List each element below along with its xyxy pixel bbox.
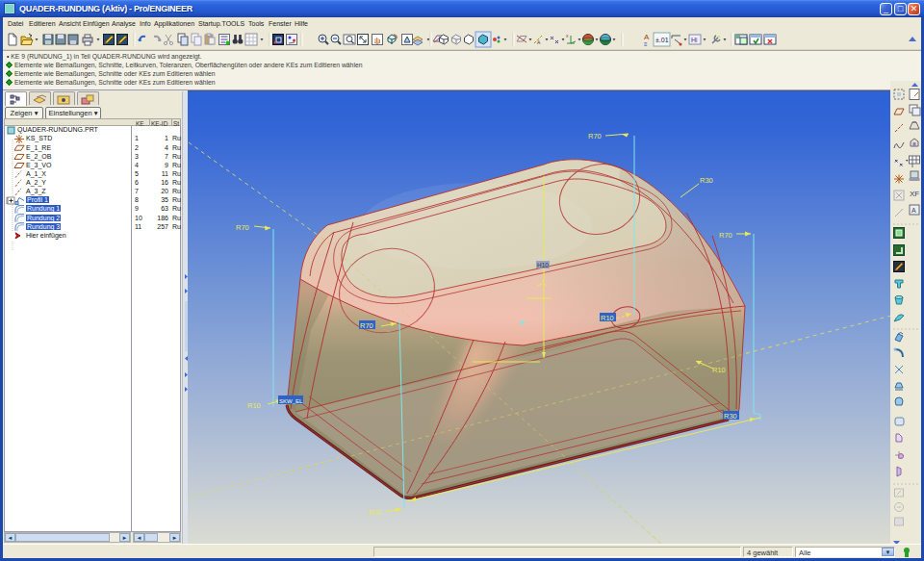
svg-text:R30: R30 — [724, 412, 737, 421]
svg-text:R70: R70 — [360, 321, 373, 330]
svg-text:≡: ≡ — [644, 41, 648, 47]
svg-text:R30: R30 — [369, 508, 382, 517]
svg-text:x: x — [566, 33, 569, 38]
svg-text:R10: R10 — [712, 366, 726, 374]
svg-text:H10: H10 — [537, 262, 549, 268]
svg-text:A: A — [537, 39, 541, 45]
svg-text:R10: R10 — [601, 314, 614, 322]
svg-text:R70: R70 — [588, 132, 602, 140]
svg-text:XF: XF — [910, 190, 919, 198]
svg-text:R70: R70 — [719, 231, 732, 240]
svg-text:R10: R10 — [247, 401, 261, 410]
svg-text:±.01: ±.01 — [655, 37, 669, 43]
svg-text:SKW_EL: SKW_EL — [279, 398, 303, 404]
svg-text:A: A — [644, 33, 650, 41]
svg-text:R30: R30 — [700, 176, 713, 185]
svg-text:R70: R70 — [236, 223, 249, 232]
svg-text:A: A — [911, 207, 916, 214]
